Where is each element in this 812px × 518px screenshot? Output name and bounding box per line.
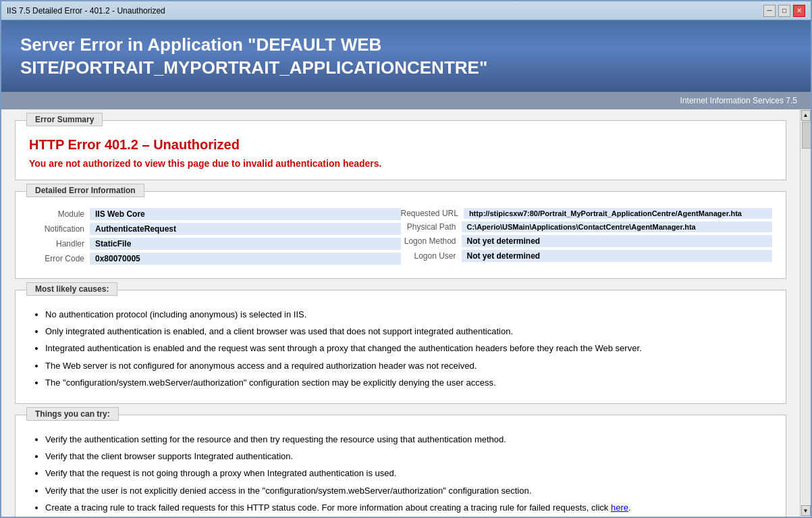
module-label: Module <box>29 209 90 219</box>
list-item: Verify the authentication setting for th… <box>45 432 772 447</box>
logon-user-label: Logon User <box>401 251 462 261</box>
info-col-left: Module IIS Web Core Notification Authent… <box>29 208 401 267</box>
physical-path-label: Physical Path <box>401 222 462 232</box>
notification-row: Notification AuthenticateRequest <box>29 223 401 235</box>
minimize-button[interactable]: ─ <box>763 5 776 17</box>
list-item: The Web server is not configured for ano… <box>45 358 772 373</box>
error-code-label: Error Code <box>29 254 90 263</box>
page-body: Error Summary HTTP Error 401.2 – Unautho… <box>1 109 800 517</box>
handler-label: Handler <box>29 239 90 249</box>
things-you-can-try-label: Things you can try: <box>26 407 119 421</box>
list-item: Integrated authentication is enabled and… <box>45 340 772 356</box>
requested-url-row: Requested URL http://stipicsxw7:80/Portr… <box>401 208 773 219</box>
info-grid: Module IIS Web Core Notification Authent… <box>29 208 772 267</box>
notification-label: Notification <box>29 224 90 234</box>
list-item: Verify that the request is not going thr… <box>45 465 772 481</box>
here-link[interactable]: here <box>611 502 628 513</box>
things-you-can-try-content: Verify the authentication setting for th… <box>16 415 786 517</box>
module-value: IIS Web Core <box>90 208 401 220</box>
detailed-error-label: Detailed Error Information <box>26 184 144 197</box>
requested-url-value: http://stipicsxw7:80/Portrait_MyPortrait… <box>464 208 772 219</box>
error-description: You are not authorized to view this page… <box>29 158 772 169</box>
list-item: Create a tracing rule to track failed re… <box>45 500 772 515</box>
logon-user-row: Logon User Not yet determined <box>401 250 773 262</box>
window-title: IIS 7.5 Detailed Error - 401.2 - Unautho… <box>7 6 165 16</box>
scroll-thumb[interactable] <box>802 122 811 149</box>
handler-value: StaticFile <box>90 238 401 250</box>
list-item: Verify that the user is not explicitly d… <box>45 483 772 498</box>
error-code-value: 0x80070005 <box>90 253 401 265</box>
causes-list: No authentication protocol (including an… <box>29 307 772 391</box>
maximize-button[interactable]: □ <box>778 5 790 17</box>
module-row: Module IIS Web Core <box>29 208 401 220</box>
try-list: Verify the authentication setting for th… <box>29 432 772 516</box>
iis-bar: Internet Information Services 7.5 <box>1 92 811 109</box>
notification-value: AuthenticateRequest <box>90 223 401 235</box>
handler-row: Handler StaticFile <box>29 238 401 250</box>
logon-user-value: Not yet determined <box>462 250 773 262</box>
content-area: Server Error in Application "DEFAULT WEB… <box>1 20 811 517</box>
info-col-right: Requested URL http://stipicsxw7:80/Portr… <box>401 208 773 267</box>
scroll-down-button[interactable]: ▼ <box>801 505 811 516</box>
requested-url-label: Requested URL <box>401 209 464 218</box>
title-bar-buttons: ─ □ ✕ <box>763 5 805 17</box>
most-likely-causes-content: No authentication protocol (including an… <box>16 290 786 403</box>
iis-version: Internet Information Services 7.5 <box>680 96 797 105</box>
error-summary-label: Error Summary <box>26 113 103 126</box>
error-title: HTTP Error 401.2 – Unauthorized <box>29 137 772 153</box>
app-header: Server Error in Application "DEFAULT WEB… <box>1 20 811 92</box>
logon-method-value: Not yet determined <box>462 235 773 247</box>
error-code-row: Error Code 0x80070005 <box>29 253 401 265</box>
physical-path-row: Physical Path C:\Aperio\USMain\Applicati… <box>401 222 773 232</box>
logon-method-row: Logon Method Not yet determined <box>401 235 773 247</box>
detailed-error-content: Module IIS Web Core Notification Authent… <box>16 192 786 278</box>
list-item: The "configuration/system.webServer/auth… <box>45 375 772 390</box>
most-likely-causes-label: Most likely causes: <box>26 282 117 296</box>
logon-method-label: Logon Method <box>401 236 462 246</box>
list-item: Only integrated authentication is enable… <box>45 323 772 339</box>
scroll-up-button[interactable]: ▲ <box>801 110 811 121</box>
app-title: Server Error in Application "DEFAULT WEB… <box>20 34 792 80</box>
scroll-track <box>801 122 811 504</box>
most-likely-causes-section: Most likely causes: No authentication pr… <box>15 290 786 404</box>
scrollbar[interactable]: ▲ ▼ <box>800 109 811 517</box>
list-item: No authentication protocol (including an… <box>45 307 772 322</box>
close-button[interactable]: ✕ <box>793 5 805 17</box>
things-you-can-try-section: Things you can try: Verify the authentic… <box>15 415 786 517</box>
error-summary-section: Error Summary HTTP Error 401.2 – Unautho… <box>15 120 786 180</box>
title-bar: IIS 7.5 Detailed Error - 401.2 - Unautho… <box>1 1 811 20</box>
list-item: Verify that the client browser supports … <box>45 448 772 464</box>
physical-path-value: C:\Aperio\USMain\Applications\ContactCen… <box>462 222 773 232</box>
error-summary-content: HTTP Error 401.2 – Unauthorized You are … <box>16 121 786 180</box>
detailed-error-section: Detailed Error Information Module IIS We… <box>15 191 786 279</box>
